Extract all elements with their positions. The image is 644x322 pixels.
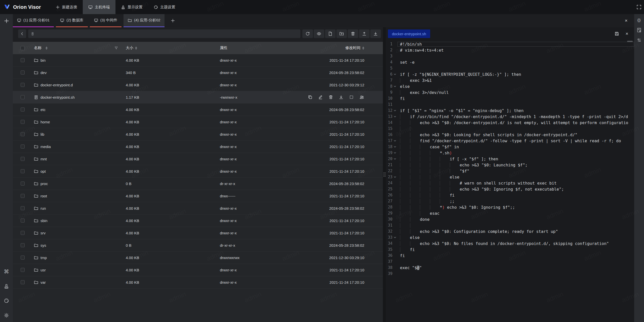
menu-item[interactable]: 新建连接 — [50, 0, 83, 14]
table-row[interactable]: home4.00 KBdrwxr-xr-x2021-11-24 17:20:10 — [13, 116, 383, 128]
create-folder-button[interactable] — [336, 29, 347, 38]
close-panel-button[interactable]: × — [623, 17, 630, 24]
file-name[interactable]: proc — [41, 182, 48, 186]
scrollbar-thumb[interactable] — [627, 41, 633, 42]
file-name[interactable]: tmp — [41, 256, 47, 260]
row-checkbox[interactable] — [21, 231, 25, 235]
file-name[interactable]: opt — [41, 169, 46, 173]
table-row[interactable]: bin4.00 KBdrwxr-xr-x2021-11-24 17:20:10 — [13, 54, 383, 66]
sort-name[interactable] — [46, 47, 48, 50]
file-name[interactable]: root — [41, 194, 47, 198]
path-input[interactable] — [36, 32, 298, 36]
theme-settings-button[interactable] — [3, 297, 10, 304]
file-name[interactable]: bin — [41, 58, 46, 62]
file-name[interactable]: media — [41, 145, 51, 149]
braces-button[interactable]: {} — [634, 17, 644, 23]
file-name[interactable]: dev — [41, 70, 47, 75]
row-checkbox[interactable] — [21, 95, 25, 99]
row-checkbox[interactable] — [21, 145, 25, 149]
table-row[interactable]: etc4.00 KBdrwxr-xr-x2024-05-28 23:58:02 — [13, 103, 383, 116]
menu-item[interactable]: 主题设置 — [148, 0, 181, 14]
fold-chevron-icon[interactable] — [392, 236, 397, 239]
open-file-tab[interactable]: docker-entrypoint.sh — [388, 29, 430, 38]
delete-button[interactable] — [348, 29, 358, 38]
table-row[interactable]: sbin4.00 KBdrwxr-xr-x2021-11-24 17:20:10 — [13, 214, 383, 227]
row-checkbox[interactable] — [21, 243, 25, 247]
row-checkbox[interactable] — [21, 58, 25, 62]
table-row[interactable]: tmp4.00 KBdrwxrwxrwx2021-12-30 03:29:10 — [13, 252, 383, 264]
fold-chevron-icon[interactable] — [392, 175, 397, 178]
file-name[interactable]: sys — [41, 243, 46, 247]
permission-icon[interactable] — [359, 95, 364, 100]
row-checkbox[interactable] — [21, 83, 25, 87]
fold-chevron-icon[interactable] — [392, 109, 397, 112]
table-row[interactable]: srv4.00 KBdrwxr-xr-x2021-11-24 17:20:10 — [13, 227, 383, 239]
copy-icon[interactable] — [308, 95, 313, 100]
row-checkbox[interactable] — [21, 256, 25, 260]
table-row[interactable]: var4.00 KBdrwxr-xr-x2021-11-24 17:20:10 — [13, 276, 383, 289]
column-size[interactable]: 大小 — [126, 46, 133, 50]
table-row[interactable]: root4.00 KBdrwx------2021-11-24 17:20:10 — [13, 190, 383, 202]
row-checkbox[interactable] — [21, 70, 25, 75]
fold-chevron-icon[interactable] — [392, 151, 397, 154]
display-settings-button[interactable] — [3, 283, 10, 289]
file-name[interactable]: srv — [41, 231, 46, 235]
refresh-button[interactable] — [302, 29, 313, 38]
fold-chevron-icon[interactable] — [392, 85, 397, 88]
row-checkbox[interactable] — [21, 194, 25, 198]
column-name[interactable]: 名称 — [34, 46, 42, 50]
row-checkbox[interactable] — [21, 219, 25, 223]
file-name[interactable]: docker-entrypoint.d — [41, 83, 73, 87]
download-button[interactable] — [370, 29, 381, 38]
preview-button[interactable] — [314, 29, 324, 38]
file-name[interactable]: mnt — [41, 157, 47, 161]
doc-bookmark-button[interactable] — [634, 27, 644, 33]
fold-chevron-icon[interactable] — [392, 157, 397, 160]
fullscreen-button[interactable] — [636, 4, 642, 10]
table-row[interactable]: dev340 Bdrwxr-xr-x2024-05-28 23:58:02 — [13, 66, 383, 79]
download-icon[interactable] — [339, 95, 344, 100]
table-row[interactable]: mnt4.00 KBdrwxr-xr-x2021-11-24 17:20:10 — [13, 153, 383, 165]
row-checkbox[interactable] — [21, 206, 25, 210]
splitter-grip[interactable] — [384, 172, 385, 177]
table-row[interactable]: run4.00 KBdrwxr-xr-x2024-05-28 23:58:02 — [13, 202, 383, 214]
editor-close-button[interactable]: × — [623, 30, 631, 38]
row-checkbox[interactable] — [21, 182, 25, 186]
code-area[interactable]: 1#!/bin/sh2# vim:sw=4:ts=4:et34set -e56i… — [386, 40, 634, 322]
row-checkbox[interactable] — [21, 157, 25, 161]
upload-button[interactable] — [359, 29, 370, 38]
file-name[interactable]: home — [41, 120, 50, 124]
settings-button[interactable] — [3, 312, 10, 318]
row-checkbox[interactable] — [21, 120, 25, 124]
swap-vertical-button[interactable] — [634, 37, 644, 43]
table-row[interactable]: lib4.00 KBdrwxr-xr-x2021-11-24 17:20:10 — [13, 128, 383, 140]
menu-item[interactable]: 显示设置 — [115, 0, 148, 14]
fold-chevron-icon[interactable] — [392, 115, 397, 118]
filter-icon[interactable] — [114, 46, 118, 50]
file-name[interactable]: var — [41, 280, 46, 284]
create-file-button[interactable] — [325, 29, 336, 38]
file-name[interactable]: run — [41, 206, 46, 210]
table-row[interactable]: opt4.00 KBdrwxr-xr-x2021-11-24 17:20:10 — [13, 165, 383, 177]
select-all-checkbox[interactable] — [21, 46, 25, 50]
panel-splitter[interactable] — [383, 27, 386, 322]
delete-icon[interactable] — [328, 95, 333, 100]
table-row[interactable]: docker-entrypoint.sh1.17 KB-rwxrwxr-x — [13, 91, 383, 103]
file-name[interactable]: usr — [41, 268, 46, 272]
terminal-tab[interactable]: (4) 应用-分析02 — [124, 14, 165, 27]
table-row[interactable]: sys0 Bdr-xr-xr-x2024-05-28 23:58:02 — [13, 239, 383, 252]
table-row[interactable]: proc0 Bdr-xr-xr-x2024-05-28 23:58:02 — [13, 177, 383, 190]
move-icon[interactable] — [349, 95, 354, 100]
menu-item[interactable]: 主机终端 — [83, 0, 115, 14]
fold-chevron-icon[interactable] — [392, 73, 397, 76]
table-row[interactable]: docker-entrypoint.d4.00 KBdrwxr-xr-x2021… — [13, 79, 383, 91]
sort-mtime[interactable] — [362, 47, 364, 50]
row-checkbox[interactable] — [21, 169, 25, 173]
save-button[interactable] — [613, 30, 621, 38]
row-checkbox[interactable] — [21, 108, 25, 112]
table-row[interactable]: media4.00 KBdrwxr-xr-x2021-11-24 17:20:1… — [13, 140, 383, 153]
row-checkbox[interactable] — [21, 268, 25, 272]
file-name[interactable]: docker-entrypoint.sh — [41, 95, 75, 99]
row-checkbox[interactable] — [21, 132, 25, 136]
sort-size[interactable] — [135, 47, 137, 50]
